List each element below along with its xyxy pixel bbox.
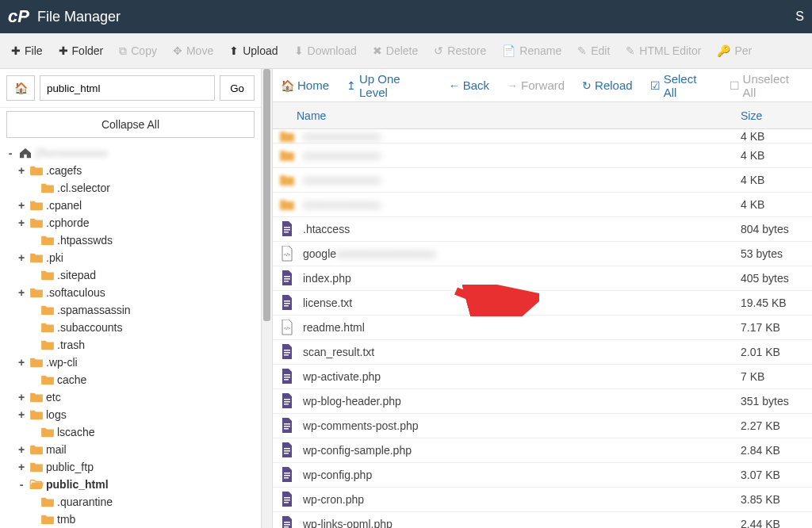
file-row[interactable]: wp-blog-header.php351 bytes — [273, 389, 812, 414]
scrollbar-track[interactable] — [262, 69, 273, 528]
file-name: wp-cron.php — [303, 493, 741, 506]
collapse-all-button[interactable]: Collapse All — [6, 111, 255, 138]
tree-toggle-icon[interactable]: + — [16, 199, 27, 212]
file-row[interactable]: googlexxxxxxxxxxxxxxxxxx53 bytes — [273, 242, 812, 266]
file-row[interactable]: xxxxxxxxxxxxxx4 KB — [273, 193, 812, 217]
tree-item[interactable]: .subaccounts — [5, 319, 261, 336]
html-file-icon — [279, 246, 295, 262]
nav-reload[interactable]: ↻Reload — [582, 78, 633, 92]
file-row[interactable]: wp-comments-post.php2.27 KB — [273, 414, 812, 438]
tree-item[interactable]: .quarantine — [5, 493, 261, 511]
tree-item[interactable]: +.wp-cli — [5, 354, 261, 371]
rename-button[interactable]: 📄Rename — [494, 40, 569, 62]
file-size: 4 KB — [741, 149, 812, 162]
tree-item[interactable]: +.cphorde — [5, 214, 261, 231]
tree-item[interactable]: -public_html — [5, 476, 261, 493]
home-button[interactable]: 🏠 — [6, 75, 35, 101]
left-arrow-icon: ← — [449, 79, 460, 92]
folder-icon — [29, 217, 44, 228]
file-row[interactable]: xxxxxxxxxxxxxx4 KB — [273, 129, 812, 143]
tree-item[interactable]: cache — [5, 371, 261, 388]
tree-toggle-icon[interactable]: + — [16, 164, 27, 177]
tree-item[interactable]: +.cagefs — [5, 162, 261, 179]
nav-up[interactable]: ↥Up One Level — [347, 72, 431, 99]
column-size-header[interactable]: Size — [741, 109, 812, 122]
file-row[interactable]: readme.html7.17 KB — [273, 316, 812, 340]
scrollbar-thumb[interactable] — [263, 69, 270, 321]
go-button[interactable]: Go — [220, 75, 255, 101]
file-row[interactable]: wp-config-sample.php2.84 KB — [273, 438, 812, 463]
upload-button[interactable]: ⬆Upload — [221, 40, 285, 62]
tree-toggle-icon[interactable]: + — [16, 408, 27, 421]
nav-forward[interactable]: →Forward — [507, 78, 565, 92]
path-input[interactable] — [40, 75, 215, 101]
tree-item[interactable]: +public_ftp — [5, 458, 261, 476]
nav-select-all[interactable]: ☑Select All — [650, 72, 712, 99]
edit-label: Edit — [591, 44, 610, 57]
file-row[interactable]: wp-cron.php3.85 KB — [273, 488, 812, 512]
tree-item[interactable]: lscache — [5, 423, 261, 441]
html-file-icon — [279, 319, 295, 335]
tree-item[interactable]: tmb — [5, 511, 261, 528]
file-row[interactable]: .htaccess804 bytes — [273, 217, 812, 242]
file-name: googlexxxxxxxxxxxxxxxxxx — [303, 247, 741, 260]
file-row[interactable]: license.txt19.45 KB — [273, 291, 812, 316]
html-editor-button[interactable]: ✎HTML Editor — [618, 40, 709, 62]
file-row[interactable]: xxxxxxxxxxxxxx4 KB — [273, 143, 812, 168]
file-row[interactable]: xxxxxxxxxxxxxx4 KB — [273, 168, 812, 193]
file-row[interactable]: scan_result.txt2.01 KB — [273, 340, 812, 365]
file-size: 7 KB — [741, 370, 812, 383]
tree-toggle-icon[interactable]: + — [16, 391, 27, 404]
tree-item[interactable]: +.pki — [5, 249, 261, 266]
edit-button[interactable]: ✎Edit — [569, 40, 618, 62]
file-size: 4 KB — [741, 174, 812, 186]
tree-item[interactable]: +.softaculous — [5, 284, 261, 301]
tree-item[interactable]: .spamassassin — [5, 301, 261, 319]
download-button[interactable]: ⬇Download — [286, 40, 365, 62]
tree-toggle-icon[interactable]: - — [16, 478, 27, 491]
file-row[interactable]: wp-config.php3.07 KB — [273, 463, 812, 488]
tree-item[interactable]: +.cpanel — [5, 197, 261, 214]
tree-toggle-icon[interactable]: - — [5, 147, 16, 159]
nav-back[interactable]: ←Back — [449, 78, 489, 92]
nav-unselect-all-label: Unselect All — [743, 72, 804, 99]
nav-home[interactable]: 🏠Home — [281, 78, 329, 92]
restore-button[interactable]: ↺Restore — [426, 40, 494, 62]
file-button[interactable]: ✚File — [3, 40, 51, 62]
copy-button[interactable]: ⧉Copy — [111, 40, 165, 63]
folder-icon — [40, 514, 55, 525]
folder-icon — [279, 129, 295, 144]
folder-icon — [40, 235, 55, 246]
nav-unselect-all[interactable]: ☐Unselect All — [730, 72, 804, 99]
folder-button[interactable]: ✚Folder — [51, 40, 112, 62]
tree-toggle-icon[interactable]: + — [16, 286, 27, 299]
file-row[interactable]: wp-links-opml.php2.44 KB — [273, 512, 812, 528]
file-row[interactable]: wp-activate.php7 KB — [273, 365, 812, 389]
tree-item[interactable]: .cl.selector — [5, 179, 261, 197]
tree-item[interactable]: .htpasswds — [5, 231, 261, 249]
tree-toggle-icon[interactable]: + — [16, 251, 27, 264]
file-row[interactable]: index.php405 bytes — [273, 266, 812, 291]
tree-item[interactable]: .sitepad — [5, 266, 261, 284]
nav-row: 🏠Home ↥Up One Level ←Back →Forward ↻Relo… — [273, 69, 812, 102]
delete-button[interactable]: ✖Delete — [365, 40, 426, 62]
tree-toggle-icon[interactable]: + — [16, 216, 27, 229]
tree-item[interactable]: +etc — [5, 388, 261, 406]
file-size: 4 KB — [741, 198, 812, 211]
tree-toggle-icon[interactable]: + — [16, 356, 27, 369]
permissions-button[interactable]: 🔑Per — [709, 40, 760, 62]
content-area: 🏠Home ↥Up One Level ←Back →Forward ↻Relo… — [273, 69, 812, 528]
tree-toggle-icon[interactable]: + — [16, 461, 27, 473]
tree-item[interactable]: .trash — [5, 336, 261, 354]
file-name: xxxxxxxxxxxxxx — [303, 198, 741, 211]
tree-item[interactable]: +mail — [5, 441, 261, 458]
column-name-header[interactable]: Name — [273, 109, 741, 122]
tree-label: .cpanel — [46, 199, 82, 212]
tree-item[interactable]: -(/horxxxxxxxxx — [5, 144, 261, 162]
tree-item[interactable]: +logs — [5, 406, 261, 423]
move-button[interactable]: ✥Move — [165, 40, 221, 62]
folder-icon — [279, 172, 295, 188]
tree-toggle-icon[interactable]: + — [16, 443, 27, 456]
right-panel: 🏠Home ↥Up One Level ←Back →Forward ↻Relo… — [262, 69, 812, 528]
file-label: File — [25, 44, 43, 57]
